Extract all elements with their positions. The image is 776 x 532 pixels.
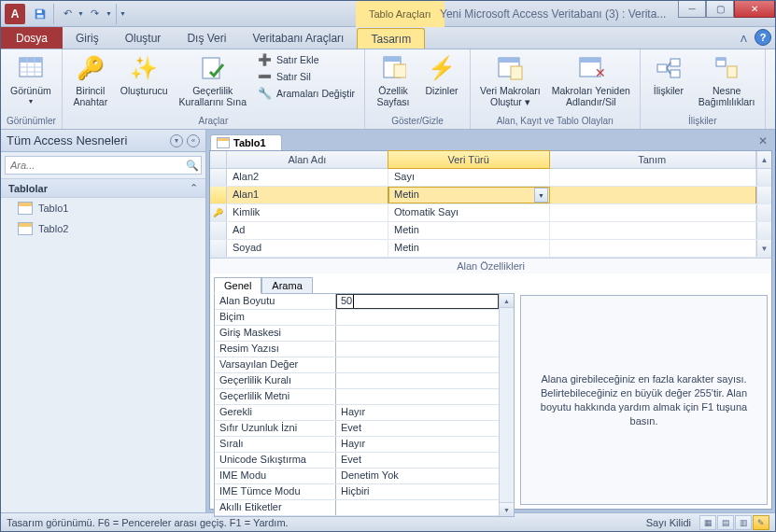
relationships-button[interactable]: İlişkiler (646, 51, 691, 98)
cell-data-type[interactable]: Otomatik Sayı (388, 204, 550, 221)
search-input[interactable] (6, 160, 184, 171)
undo-icon[interactable]: ↶ (58, 5, 77, 23)
property-row[interactable]: IME ModuDenetim Yok (215, 469, 499, 484)
row-selector[interactable]: 🔑 (210, 204, 227, 221)
property-value[interactable]: Evet (336, 453, 499, 468)
field-row[interactable]: AdMetin (210, 222, 771, 240)
test-validation-button[interactable]: Geçerlilik Kurallarını Sına (176, 51, 250, 109)
view-button[interactable]: Görünüm▼ (7, 51, 55, 109)
property-value[interactable]: 50 (336, 294, 499, 309)
cell-data-type[interactable]: Sayı (388, 169, 550, 186)
view-design-button[interactable]: ✎ (753, 515, 769, 530)
property-value[interactable] (336, 373, 499, 388)
maximize-button[interactable]: ▢ (706, 1, 734, 18)
property-value[interactable]: Denetim Yok (336, 469, 499, 483)
field-row[interactable]: 🔑KimlikOtomatik Sayı (210, 204, 771, 222)
cell-description[interactable] (550, 222, 756, 239)
cell-description[interactable] (550, 187, 756, 203)
tab-database-tools[interactable]: Veritabanı Araçları (239, 27, 357, 49)
object-dependencies-button[interactable]: Nesne Bağımlılıkları (695, 51, 759, 109)
view-datasheet-button[interactable]: ▦ (699, 515, 716, 530)
delete-rows-button[interactable]: ➖Satır Sil (254, 68, 359, 85)
nav-item[interactable]: Tablo2 (1, 218, 205, 239)
tab-create[interactable]: Oluştur (112, 27, 175, 49)
nav-filter-icon[interactable]: ▾ (170, 134, 183, 147)
property-value[interactable] (336, 342, 499, 357)
field-row[interactable]: SoyadMetin▼ (210, 240, 771, 258)
tab-design[interactable]: Tasarım (357, 28, 425, 49)
qat-customize-icon[interactable]: ▼ (120, 10, 126, 17)
row-selector[interactable] (210, 169, 227, 186)
property-value[interactable] (336, 389, 499, 404)
file-tab[interactable]: Dosya (1, 27, 63, 49)
save-icon[interactable] (31, 5, 49, 23)
property-sheet-button[interactable]: Özellik Sayfası (371, 51, 416, 109)
tab-home[interactable]: Giriş (63, 27, 112, 49)
row-selector[interactable] (210, 222, 227, 239)
row-selector[interactable] (210, 187, 227, 203)
col-data-type[interactable]: Veri Türü (388, 150, 550, 169)
cell-description[interactable] (550, 240, 756, 257)
property-row[interactable]: Alan Boyutu50 (215, 294, 499, 310)
property-value[interactable]: Hayır (336, 405, 499, 420)
property-scrollbar[interactable]: ▲▼ (499, 294, 514, 516)
row-selector[interactable] (210, 240, 227, 257)
property-row[interactable]: Giriş Maskesi (215, 326, 499, 342)
cell-field-name[interactable]: Ad (227, 222, 388, 239)
property-value[interactable] (336, 326, 499, 341)
property-row[interactable]: IME Tümce ModuHiçbiri (215, 484, 499, 500)
property-value[interactable] (336, 310, 499, 325)
field-row[interactable]: Alan1Metin▼ (210, 187, 771, 204)
document-close-button[interactable]: ✕ (756, 134, 769, 147)
redo-icon[interactable]: ↷ (86, 5, 105, 23)
col-field-name[interactable]: Alan Adı (227, 151, 388, 168)
builder-button[interactable]: ✨Oluşturucu (117, 51, 172, 98)
property-row[interactable]: SıralıHayır (215, 437, 499, 453)
nav-search[interactable]: 🔍 (5, 156, 202, 175)
indexes-button[interactable]: ⚡Dizinler (419, 51, 464, 98)
property-value[interactable] (336, 357, 499, 372)
ribbon-minimize-icon[interactable]: ᐱ (736, 31, 751, 46)
property-value[interactable]: Hiçbiri (336, 484, 499, 499)
col-description[interactable]: Tanım (549, 151, 756, 168)
cell-field-name[interactable]: Soyad (227, 240, 388, 257)
tab-general[interactable]: Genel (214, 277, 261, 294)
cell-field-name[interactable]: Alan2 (227, 169, 388, 186)
primary-key-button[interactable]: 🔑Birincil Anahtar (68, 51, 113, 109)
cell-data-type[interactable]: Metin (388, 222, 550, 239)
property-row[interactable]: Resim Yazısı (215, 342, 499, 357)
cell-description[interactable] (550, 169, 756, 186)
property-row[interactable]: Sıfır Uzunluk İzniEvet (215, 421, 499, 437)
scroll-up-icon[interactable]: ▲ (756, 151, 771, 168)
tab-lookup[interactable]: Arama (261, 277, 312, 294)
property-row[interactable]: Geçerlilik Metni (215, 389, 499, 405)
property-row[interactable]: Varsayılan Değer (215, 357, 499, 373)
property-row[interactable]: GerekliHayır (215, 405, 499, 421)
nav-collapse-icon[interactable]: « (187, 134, 200, 147)
rename-delete-macro-button[interactable]: ✕Makroları Yeniden Adlandır/Sil (548, 51, 634, 109)
minimize-button[interactable]: ─ (678, 1, 706, 18)
document-tab[interactable]: Tablo1 (210, 134, 282, 150)
modify-lookups-button[interactable]: 🔧Aramaları Değiştir (254, 85, 359, 102)
field-row[interactable]: Alan2Sayı (210, 169, 771, 187)
cell-field-name[interactable]: Kimlik (227, 204, 388, 221)
nav-header[interactable]: Tüm Access Nesneleri ▾ « (1, 130, 205, 152)
view-pivotchart-button[interactable]: ▥ (735, 515, 752, 530)
cell-data-type[interactable]: Metin▼ (388, 187, 550, 203)
property-value[interactable]: Evet (336, 421, 499, 436)
nav-item[interactable]: Tablo1 (1, 198, 205, 218)
view-pivottable-button[interactable]: ▤ (717, 515, 734, 530)
nav-group-tables[interactable]: Tablolar⌃ (1, 178, 205, 198)
insert-rows-button[interactable]: ➕Satır Ekle (254, 51, 359, 68)
dropdown-icon[interactable]: ▼ (534, 188, 548, 203)
property-value[interactable] (336, 500, 499, 515)
property-row[interactable]: Biçim (215, 310, 499, 326)
cell-data-type[interactable]: Metin (388, 240, 550, 257)
tab-external-data[interactable]: Dış Veri (174, 27, 239, 49)
property-value[interactable]: Hayır (336, 437, 499, 452)
property-row[interactable]: Geçerlilik Kuralı (215, 373, 499, 389)
create-data-macros-button[interactable]: Veri Makroları Oluştur ▾ (476, 51, 544, 109)
property-row[interactable]: Akıllı Etiketler (215, 500, 499, 516)
cell-description[interactable] (550, 204, 756, 221)
property-row[interactable]: Unicode SıkıştırmaEvet (215, 453, 499, 469)
